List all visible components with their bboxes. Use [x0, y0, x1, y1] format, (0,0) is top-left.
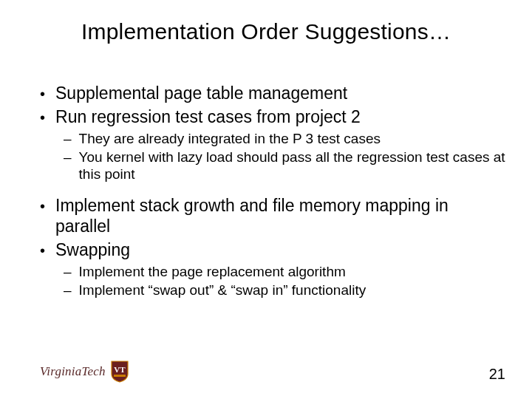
bullet-level2: – Implement the page replacement algorit… [64, 263, 505, 280]
spacer [40, 185, 505, 195]
bullet-level2: – Implement “swap out” & “swap in” funct… [64, 282, 505, 299]
bullet-dot-icon: • [40, 242, 45, 259]
bullet-level1: • Run regression test cases from project… [40, 106, 505, 127]
slide-footer: VirginiaTech VT 21 [40, 361, 505, 383]
bullet-level1: • Implement stack growth and file memory… [40, 195, 505, 236]
logo-text: VirginiaTech [40, 364, 106, 379]
bullet-text: Supplemental page table management [55, 83, 347, 103]
bullet-text: They are already integrated in the P 3 t… [79, 130, 381, 147]
bullet-dot-icon: • [40, 85, 45, 103]
bullet-dash-icon: – [64, 130, 72, 147]
bullet-text: Implement “swap out” & “swap in” functio… [79, 282, 366, 299]
bullet-text: Implement stack growth and file memory m… [55, 195, 505, 236]
bullet-text: Implement the page replacement algorithm [79, 263, 346, 280]
bullet-level2: – They are already integrated in the P 3… [64, 130, 505, 147]
bullet-level1: • Swapping [40, 239, 505, 260]
bullet-text: Run regression test cases from project 2 [55, 106, 361, 127]
shield-icon: VT [110, 361, 129, 383]
bullet-level2: – You kernel with lazy load should pass … [64, 149, 505, 183]
slide-body: • Supplemental page table management • R… [40, 83, 505, 300]
bullet-level1: • Supplemental page table management [40, 83, 505, 103]
svg-rect-1 [114, 375, 126, 377]
page-number: 21 [489, 366, 505, 383]
svg-text:VT: VT [114, 365, 126, 374]
bullet-dash-icon: – [64, 263, 72, 280]
virginia-tech-logo: VirginiaTech VT [40, 361, 129, 383]
bullet-text: You kernel with lazy load should pass al… [79, 149, 505, 183]
logo-word: VirginiaTech [40, 364, 106, 378]
bullet-dot-icon: • [40, 197, 45, 215]
slide-title: Implementation Order Suggestions… [0, 19, 532, 44]
slide: Implementation Order Suggestions… • Supp… [0, 0, 532, 399]
bullet-dot-icon: • [40, 109, 45, 126]
bullet-dash-icon: – [64, 149, 72, 166]
bullet-text: Swapping [55, 239, 130, 260]
bullet-dash-icon: – [64, 282, 72, 299]
